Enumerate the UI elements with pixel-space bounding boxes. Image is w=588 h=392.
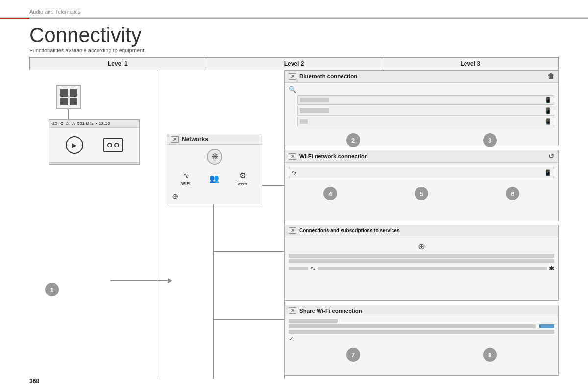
page-title: Connectivity [0, 19, 588, 48]
wifi-refresh-icon[interactable]: ↺ [548, 152, 554, 160]
conn-panel-body: ⊕ ∿ ✱ [285, 236, 558, 275]
breadcrumb: Audio and Telematics [0, 0, 588, 18]
bt-device-row-2: 📱 [297, 106, 554, 116]
conn-bar-2 [289, 259, 554, 263]
badge-1: 1 [45, 283, 59, 296]
device-body: ▶ [49, 128, 139, 162]
networks-body: ❋ ∿ WIFI 👥 ⚙ www [167, 145, 262, 190]
bt-close-button[interactable]: ✕ [289, 74, 296, 80]
share-badges-row: 7 8 [285, 345, 558, 363]
bt-row-bar-2 [300, 108, 329, 113]
bt-panel-header: ✕ Bluetooth connection 🗑 [285, 71, 558, 83]
table-header: Level 1 Level 2 Level 3 [29, 57, 559, 70]
networks-close-button[interactable]: ✕ [171, 136, 179, 143]
page-number: 368 [29, 378, 39, 385]
badge-2: 2 [346, 133, 360, 147]
warning-icon: ⚠ [66, 121, 70, 126]
share-close-button[interactable]: ✕ [289, 307, 296, 314]
bt-phone-icon-2: 📱 [544, 107, 552, 114]
level1-column: 23 °C ⚠ ◎ 531 kHz ▪ 12:13 ▶ 1 [29, 70, 157, 379]
bt-device-row-1: 📱 [297, 95, 554, 105]
home-icon-cell [60, 98, 68, 106]
share-bar-row-2 [289, 324, 554, 328]
networks-title: Networks [182, 136, 208, 143]
wifi-panel-title: Wi-Fi network connection [299, 153, 368, 159]
col-header-2: Level 2 [206, 58, 383, 70]
share-bar-1 [289, 319, 338, 323]
device-status-bar: 23 °C ⚠ ◎ 531 kHz ▪ 12:13 [49, 120, 139, 128]
badge-6: 6 [506, 187, 519, 200]
conn-bar-row-1 [289, 254, 554, 258]
group-icon-item[interactable]: 👥 [209, 174, 219, 183]
play-button-icon: ▶ [66, 136, 83, 154]
www-icon-item[interactable]: ⚙ www [238, 171, 247, 186]
bluetooth-panel: ✕ Bluetooth connection 🗑 🔍 📱 📱 [284, 70, 559, 146]
globe-icon: ⊕ [172, 192, 178, 200]
bt-phone-icon-1: 📱 [544, 97, 552, 103]
share-bar-3 [289, 330, 554, 334]
col-header-3: Level 3 [382, 58, 558, 70]
share-panel-body: ✓ [285, 316, 558, 345]
level3-column: ✕ Bluetooth connection 🗑 🔍 📱 📱 [284, 70, 559, 379]
bluetooth-icon: ❋ [172, 148, 257, 168]
conn-close-button[interactable]: ✕ [289, 227, 296, 234]
conn-panel-header: ✕ Connections and subscriptions to servi… [285, 225, 558, 236]
gear-symbol: ⚙ [239, 171, 246, 180]
badge-4: 4 [323, 187, 337, 200]
svg-text:❋: ❋ [211, 152, 218, 161]
bt-device-row-3: 📱 [297, 117, 554, 126]
wifi-symbol: ∿ [183, 171, 189, 180]
wifi-network-panel: ✕ Wi-Fi network connection ↺ ∿ 📱 4 5 6 [284, 150, 559, 221]
bt-badges-row: 2 3 [285, 130, 558, 148]
bt-trash-icon[interactable]: 🗑 [547, 73, 554, 80]
conn-bottom-row: ∿ ✱ [289, 265, 554, 272]
wifi-network-row: ∿ 📱 [289, 167, 554, 178]
conn-bar-row-2 [289, 259, 554, 263]
screen-icon: ▪ [96, 121, 97, 126]
share-checkmark-icon: ✓ [289, 335, 294, 342]
share-wifi-panel: ✕ Share Wi-Fi connection [284, 305, 559, 376]
main-content: 23 °C ⚠ ◎ 531 kHz ▪ 12:13 ▶ 1 [29, 70, 559, 379]
wifi-panel-body: ∿ 📱 [285, 163, 558, 184]
cassette-reel-right [114, 143, 119, 147]
bt-panel-title: Bluetooth connection [299, 74, 357, 79]
conn-bar-long [318, 267, 547, 270]
networks-title-bar: ✕ Networks [167, 134, 262, 145]
connections-panel: ✕ Connections and subscriptions to servi… [284, 225, 559, 301]
bt-phone-icon-3: 📱 [544, 118, 552, 125]
bt-panel-body: 🔍 📱 📱 📱 [285, 83, 558, 130]
col-header-1: Level 1 [30, 58, 206, 70]
group-symbol: 👥 [209, 174, 219, 183]
device-screen: 23 °C ⚠ ◎ 531 kHz ▪ 12:13 ▶ [49, 119, 140, 165]
badge-5: 5 [415, 187, 428, 200]
share-panel-title: Share Wi-Fi connection [299, 308, 362, 314]
home-icon-cell [70, 89, 77, 97]
bt-row-small-bar [300, 119, 308, 124]
wifi-icon-item[interactable]: ∿ WIFI [181, 171, 191, 186]
home-screen-icon [56, 85, 81, 109]
time-display: 12:13 [99, 121, 110, 126]
bt-device-rows: 📱 📱 📱 [297, 95, 554, 126]
networks-box: ✕ Networks ❋ ∿ WIFI [167, 134, 262, 204]
conn-small-bar [289, 267, 308, 270]
level2-column: ✕ Networks ❋ ∿ WIFI [157, 70, 284, 379]
networks-globe-row: ⊕ [167, 190, 262, 204]
radio-icon: ◎ [72, 121, 75, 126]
share-bars [289, 319, 554, 334]
wifi-panel-header: ✕ Wi-Fi network connection ↺ [285, 150, 558, 163]
wifi-signal-icon: ∿ [291, 169, 297, 176]
bt-row-bar [300, 98, 329, 102]
cassette-icon [103, 138, 123, 152]
share-panel-header: ✕ Share Wi-Fi connection [285, 305, 558, 316]
share-bar-2 [289, 324, 536, 328]
wifi-phone-icon: 📱 [544, 169, 552, 176]
badge-3: 3 [483, 133, 497, 147]
share-bar-row-3 [289, 330, 554, 334]
networks-icons-row: ∿ WIFI 👥 ⚙ www [172, 171, 257, 186]
cassette-reel-left [107, 143, 112, 147]
page-subtitle: Functionalities available according to e… [0, 48, 588, 57]
bt-search-icon: 🔍 [289, 86, 296, 93]
wifi-badges-row: 4 5 6 [285, 184, 558, 201]
share-bar-row-1 [289, 319, 554, 323]
wifi-close-button[interactable]: ✕ [289, 153, 296, 160]
